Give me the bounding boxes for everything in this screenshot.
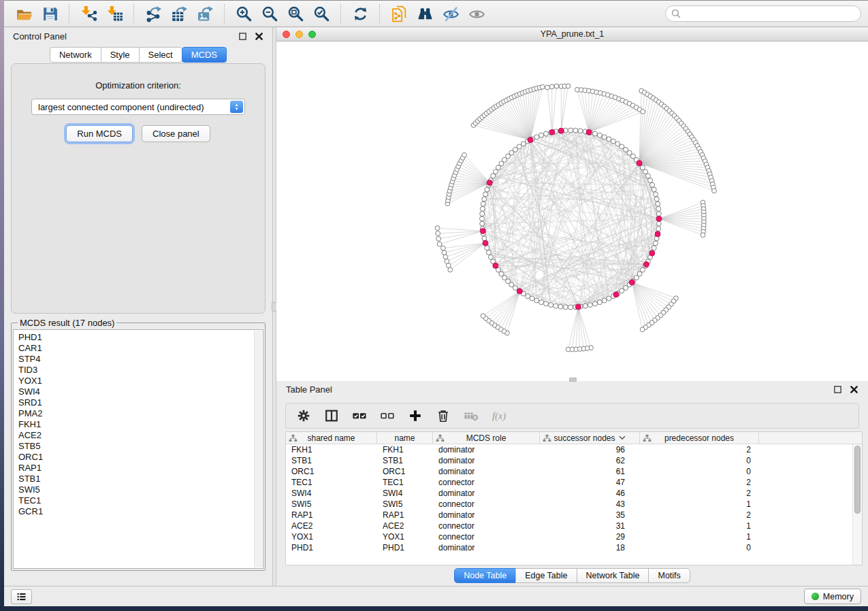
mcds-result-item[interactable]: ORC1 [18, 452, 258, 463]
search-input[interactable] [684, 9, 855, 18]
table-row[interactable]: ACE2 ACE2 connector 31 1 [286, 521, 862, 531]
close-panel-button[interactable]: Close panel [142, 125, 210, 142]
table-scrollbar-thumb[interactable] [854, 446, 861, 514]
mcds-result-item[interactable]: TEC1 [18, 495, 258, 506]
zoom-out-button[interactable] [258, 3, 281, 24]
zoom-fit-icon [287, 5, 304, 22]
table-panel: Table Panel f(x) shared namenameMCDS rol… [276, 381, 868, 586]
mcds-result-item[interactable]: ACE2 [18, 430, 258, 441]
horizontal-splitter-grip[interactable] [569, 378, 577, 382]
column-header-predecessor-nodes[interactable]: predecessor nodes [640, 432, 759, 444]
network-graph[interactable] [276, 42, 868, 381]
close-panel-icon[interactable] [255, 32, 263, 41]
add-column-button[interactable] [407, 408, 423, 424]
minimize-window-icon[interactable] [295, 31, 303, 38]
column-header-successor-nodes[interactable]: successor nodes [540, 432, 640, 444]
log-console-button[interactable] [11, 589, 32, 604]
zoom-in-button[interactable] [232, 3, 255, 24]
maximize-window-icon[interactable] [308, 31, 316, 38]
import-network-button[interactable] [77, 3, 100, 24]
mcds-result-item[interactable]: GCR1 [18, 506, 258, 517]
main-area: Control Panel NetworkStyleSelectMCDS Opt… [4, 27, 868, 586]
hide-panels-button[interactable] [439, 3, 462, 24]
save-session-button[interactable] [38, 3, 61, 24]
open-file-button[interactable] [12, 3, 35, 24]
toolbar-separator [69, 4, 69, 23]
memory-status-icon [811, 593, 819, 600]
mcds-result-item[interactable]: STB5 [18, 441, 258, 452]
run-mcds-button[interactable]: Run MCDS [66, 125, 133, 142]
table-panel-header: Table Panel [276, 381, 868, 398]
close-window-icon[interactable] [283, 31, 290, 38]
mcds-result-item[interactable]: SWI5 [18, 484, 258, 495]
node-table: shared namenameMCDS rolesuccessor nodesp… [285, 431, 863, 565]
attribute-tree-icon [289, 434, 298, 442]
export-table-button[interactable] [167, 3, 191, 24]
export-network-button[interactable] [142, 3, 165, 24]
show-panels-button[interactable] [465, 3, 488, 24]
column-header-shared-name[interactable]: shared name [286, 432, 377, 444]
result-list-scrollbar[interactable] [254, 331, 262, 567]
tab-style[interactable]: Style [101, 47, 140, 63]
export-image-button[interactable] [193, 3, 216, 24]
column-header-MCDS-role[interactable]: MCDS role [433, 432, 540, 444]
table-row[interactable]: STB1 STB1 dominator 62 0 [286, 455, 862, 466]
mcds-result-item[interactable]: SWI4 [18, 386, 258, 397]
float-panel-icon[interactable] [238, 32, 247, 41]
mcds-result-item[interactable]: CAR1 [18, 343, 258, 354]
mcds-result-item[interactable]: SRD1 [18, 397, 258, 408]
mcds-result-item[interactable]: TID3 [18, 365, 258, 376]
network-window-titlebar[interactable]: YPA_prune.txt_1 [276, 27, 868, 42]
tab-select[interactable]: Select [139, 47, 182, 63]
table-scrollbar[interactable] [852, 444, 862, 565]
mcds-result-item[interactable]: YOX1 [18, 376, 258, 386]
split-columns-button[interactable] [323, 408, 340, 424]
select-all-columns-button[interactable] [351, 408, 368, 424]
tab-node-table[interactable]: Node Table [454, 568, 516, 583]
optimization-criterion-select[interactable]: largest connected component (undirected)… [31, 99, 245, 115]
hide-panels-icon [443, 5, 460, 22]
mcds-result-item[interactable]: STP4 [18, 354, 258, 365]
tab-edge-table[interactable]: Edge Table [515, 568, 577, 583]
mcds-result-item[interactable]: PMA2 [18, 408, 258, 419]
delete-table-icon [464, 408, 479, 423]
export-image-icon [197, 5, 214, 22]
delete-column-button[interactable] [435, 408, 451, 424]
unselect-all-columns-button[interactable] [379, 408, 396, 424]
search-field[interactable] [665, 5, 861, 22]
table-row[interactable]: FKH1 FKH1 dominator 96 2 [286, 444, 862, 455]
mcds-result-list[interactable]: PHD1CAR1STP4TID3YOX1SWI4SRD1PMA2FKH1ACE2… [13, 329, 263, 569]
import-network-icon [80, 5, 97, 22]
mcds-result-box: MCDS result (17 nodes) PHD1CAR1STP4TID3Y… [11, 318, 266, 571]
tab-network-table[interactable]: Network Table [577, 568, 649, 583]
tab-network[interactable]: Network [50, 47, 101, 63]
tab-motifs[interactable]: Motifs [648, 568, 690, 583]
memory-button[interactable]: Memory [804, 589, 861, 604]
zoom-selected-button[interactable] [310, 3, 333, 24]
import-table-button[interactable] [103, 3, 126, 24]
table-row[interactable]: YOX1 YOX1 connector 29 1 [286, 531, 862, 542]
column-header-name[interactable]: name [377, 432, 433, 444]
table-row[interactable]: PHD1 PHD1 dominator 18 0 [286, 542, 862, 553]
add-column-icon [408, 408, 423, 423]
table-row[interactable]: ORC1 ORC1 dominator 61 0 [286, 466, 862, 477]
mcds-result-item[interactable]: STB1 [18, 474, 258, 484]
apply-layout-button[interactable] [349, 3, 372, 24]
mcds-result-item[interactable]: FKH1 [18, 419, 258, 430]
table-settings-button[interactable] [295, 408, 312, 424]
right-column: YPA_prune.txt_1 Table Panel f(x) shar [276, 27, 868, 586]
table-row[interactable]: TEC1 TEC1 connector 47 2 [286, 477, 862, 488]
network-canvas[interactable] [276, 42, 868, 381]
tab-mcds[interactable]: MCDS [182, 47, 227, 63]
function-builder-button: f(x) [491, 408, 507, 424]
mcds-result-item[interactable]: RAP1 [18, 463, 258, 474]
mcds-result-item[interactable]: PHD1 [18, 332, 258, 343]
table-row[interactable]: SWI5 SWI5 connector 43 1 [286, 499, 862, 510]
table-row[interactable]: SWI4 SWI4 dominator 46 2 [286, 488, 862, 499]
close-table-panel-icon[interactable] [850, 385, 858, 394]
share-document-button[interactable] [387, 3, 411, 24]
search-network-button[interactable] [413, 3, 436, 24]
table-row[interactable]: RAP1 RAP1 dominator 35 2 [286, 510, 862, 521]
float-table-panel-icon[interactable] [833, 385, 842, 394]
zoom-fit-button[interactable] [284, 3, 307, 24]
